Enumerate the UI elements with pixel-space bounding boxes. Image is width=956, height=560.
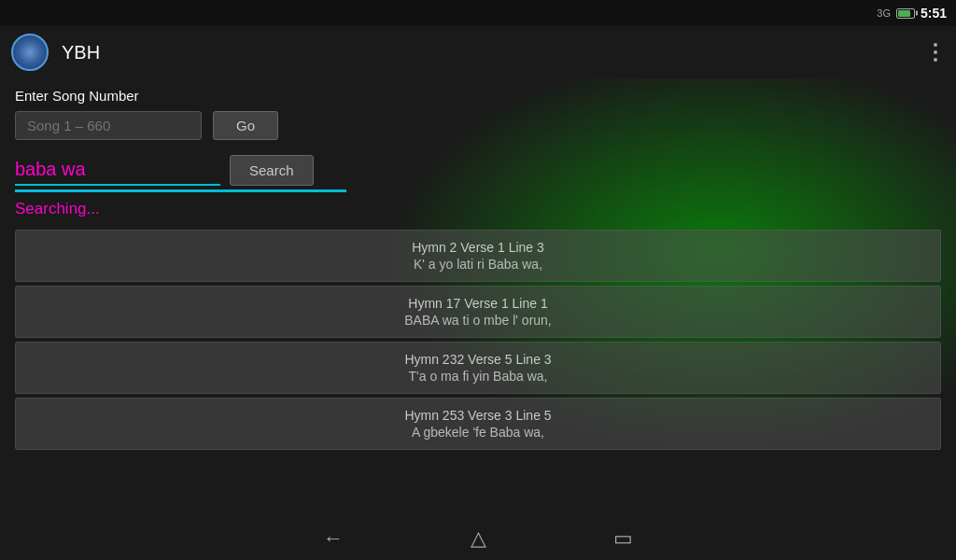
search-row: Search: [15, 155, 941, 186]
song-number-label: Enter Song Number: [15, 88, 941, 104]
status-bar: 3G 5:51: [0, 0, 956, 26]
bottom-nav: ← △ ▭: [0, 517, 956, 560]
result-hymn-ref: Hymn 232 Verse 5 Line 3: [31, 352, 925, 367]
search-button[interactable]: Search: [230, 155, 314, 186]
song-number-input[interactable]: [15, 111, 202, 140]
app-logo: [11, 34, 49, 71]
result-hymn-ref: Hymn 2 Verse 1 Line 3: [31, 240, 925, 255]
searching-label: Searching...: [15, 200, 941, 218]
search-input-wrapper: [15, 155, 220, 186]
app-bar: YBH: [0, 26, 956, 78]
menu-dot-2: [934, 50, 937, 54]
result-item[interactable]: Hymn 17 Verse 1 Line 1BABA wa ti o mbe l…: [15, 286, 941, 338]
search-progress-bar: [15, 189, 346, 192]
result-hymn-ref: Hymn 17 Verse 1 Line 1: [31, 296, 925, 311]
go-button[interactable]: Go: [213, 111, 278, 140]
battery-icon: [896, 8, 915, 19]
result-item[interactable]: Hymn 232 Verse 5 Line 3T'a o ma fi yin B…: [15, 342, 941, 394]
menu-button[interactable]: [926, 35, 945, 69]
result-text: T'a o ma fi yin Baba wa,: [31, 369, 925, 384]
back-button[interactable]: ←: [316, 519, 351, 558]
result-hymn-ref: Hymn 253 Verse 3 Line 5: [31, 408, 925, 423]
app-logo-inner: [19, 41, 41, 63]
results-list: Hymn 2 Verse 1 Line 3K' a yo lati ri Bab…: [15, 230, 941, 450]
result-item[interactable]: Hymn 2 Verse 1 Line 3K' a yo lati ri Bab…: [15, 230, 941, 282]
time-display: 5:51: [921, 6, 947, 21]
search-input[interactable]: [15, 155, 220, 186]
result-text: BABA wa ti o mbe l' orun,: [31, 313, 925, 328]
menu-dot-3: [934, 58, 937, 62]
menu-dot-1: [934, 43, 937, 47]
app-title: YBH: [62, 42, 926, 63]
signal-indicator: 3G: [877, 7, 891, 19]
result-item[interactable]: Hymn 253 Verse 3 Line 5A gbekele 'fe Bab…: [15, 398, 941, 450]
home-button[interactable]: △: [463, 519, 494, 558]
main-content: Enter Song Number Go Search Searching...…: [0, 78, 956, 459]
result-text: A gbekele 'fe Baba wa,: [31, 425, 925, 440]
recent-button[interactable]: ▭: [606, 519, 640, 558]
result-text: K' a yo lati ri Baba wa,: [31, 257, 925, 272]
search-progress-fill: [15, 189, 346, 192]
song-input-row: Go: [15, 111, 941, 140]
